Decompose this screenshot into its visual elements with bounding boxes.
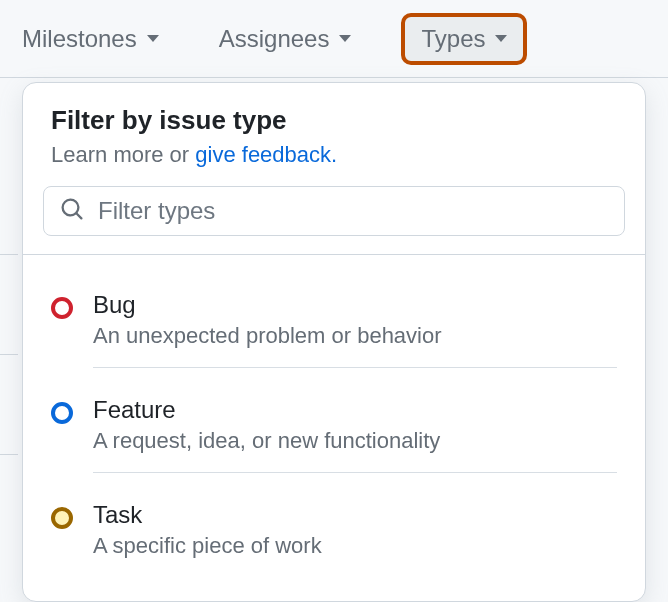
dropdown-subtitle: Learn more or give feedback. bbox=[51, 142, 617, 168]
feedback-link[interactable]: give feedback. bbox=[195, 142, 337, 167]
type-name: Task bbox=[93, 501, 617, 529]
milestones-filter[interactable]: Milestones bbox=[12, 19, 169, 59]
types-label: Types bbox=[421, 25, 485, 53]
type-name: Bug bbox=[93, 291, 617, 319]
feature-icon bbox=[51, 402, 73, 424]
type-desc: A request, idea, or new functionality bbox=[93, 428, 617, 454]
assignees-label: Assignees bbox=[219, 25, 330, 53]
bug-icon bbox=[51, 297, 73, 319]
type-name: Feature bbox=[93, 396, 617, 424]
type-desc: A specific piece of work bbox=[93, 533, 617, 559]
search-wrap bbox=[23, 186, 645, 255]
type-content: Task A specific piece of work bbox=[93, 501, 617, 577]
filter-types-input[interactable] bbox=[98, 197, 608, 225]
types-dropdown: Filter by issue type Learn more or give … bbox=[22, 82, 646, 602]
subtitle-text: Learn more or bbox=[51, 142, 195, 167]
chevron-down-icon bbox=[147, 35, 159, 42]
types-filter[interactable]: Types bbox=[401, 13, 527, 65]
type-desc: An unexpected problem or behavior bbox=[93, 323, 617, 349]
chevron-down-icon bbox=[339, 35, 351, 42]
milestones-label: Milestones bbox=[22, 25, 137, 53]
type-list: Bug An unexpected problem or behavior Fe… bbox=[23, 255, 645, 601]
type-option-bug[interactable]: Bug An unexpected problem or behavior bbox=[51, 277, 617, 382]
search-box[interactable] bbox=[43, 186, 625, 236]
divider bbox=[0, 354, 18, 355]
type-option-feature[interactable]: Feature A request, idea, or new function… bbox=[51, 382, 617, 487]
type-option-task[interactable]: Task A specific piece of work bbox=[51, 487, 617, 591]
search-icon bbox=[60, 197, 84, 225]
task-icon bbox=[51, 507, 73, 529]
divider bbox=[0, 454, 18, 455]
filter-bar: Milestones Assignees Types bbox=[0, 0, 668, 78]
assignees-filter[interactable]: Assignees bbox=[209, 19, 362, 59]
dropdown-title: Filter by issue type bbox=[51, 105, 617, 136]
divider bbox=[0, 254, 18, 255]
type-content: Feature A request, idea, or new function… bbox=[93, 396, 617, 473]
chevron-down-icon bbox=[495, 35, 507, 42]
dropdown-header: Filter by issue type Learn more or give … bbox=[23, 83, 645, 186]
type-content: Bug An unexpected problem or behavior bbox=[93, 291, 617, 368]
